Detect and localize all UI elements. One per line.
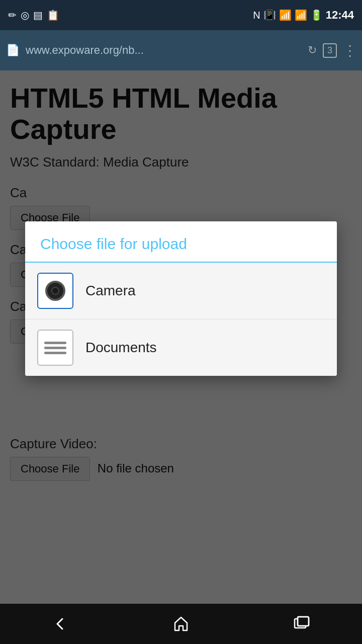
dialog-title: Choose file for upload [25, 221, 337, 263]
page-icon: 📄 [6, 44, 20, 57]
clipboard-status-icon: 📋 [47, 9, 59, 21]
url-bar[interactable]: www.expoware.org/nb... [26, 44, 302, 57]
status-bar-right: N 📳 📶 📶 🔋 12:44 [253, 9, 354, 22]
webpage-background: HTML5 HTML Media Capture W3C Standard: M… [0, 70, 362, 644]
file-chooser-dialog: Choose file for upload Camera Documents [25, 221, 337, 376]
battery-icon: 🔋 [310, 9, 323, 21]
vibrate-icon: 📳 [263, 9, 276, 21]
back-button[interactable] [45, 609, 75, 639]
nfc-icon: N [253, 10, 260, 21]
home-button[interactable] [166, 609, 196, 639]
browser-toolbar: 📄 www.expoware.org/nb... ↻ 3 ⋮ [0, 30, 362, 70]
browser-menu-icon[interactable]: ⋮ [343, 42, 356, 59]
camera-icon [37, 273, 73, 309]
camera-option[interactable]: Camera [25, 263, 337, 319]
edit-status-icon: ✏ [8, 9, 17, 21]
camera-label: Camera [85, 283, 136, 299]
recents-button[interactable] [287, 609, 317, 639]
instagram-status-icon: ◎ [21, 9, 29, 21]
screen-status-icon: ▤ [33, 9, 43, 21]
tab-count[interactable]: 3 [323, 43, 337, 58]
nav-bar [0, 604, 362, 644]
wifi-icon: 📶 [279, 9, 292, 21]
documents-option[interactable]: Documents [25, 319, 337, 376]
documents-icon [37, 330, 73, 366]
status-bar-left: ✏ ◎ ▤ 📋 [8, 9, 59, 21]
documents-label: Documents [85, 340, 157, 356]
svg-rect-1 [298, 617, 309, 626]
clock: 12:44 [326, 9, 354, 22]
refresh-icon[interactable]: ↻ [308, 44, 317, 57]
status-bar: ✏ ◎ ▤ 📋 N 📳 📶 📶 🔋 12:44 [0, 0, 362, 30]
signal-icon: 📶 [295, 9, 307, 21]
